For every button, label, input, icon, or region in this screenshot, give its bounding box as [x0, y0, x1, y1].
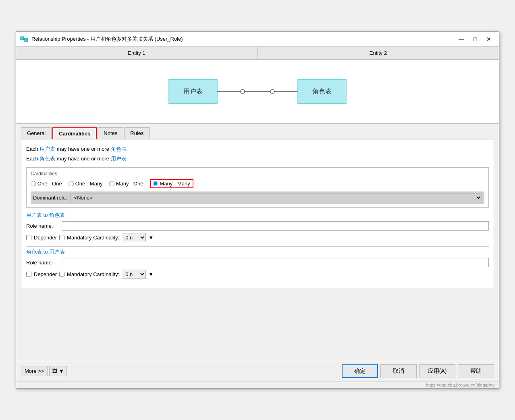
- entity2-header: Entity 2: [258, 47, 499, 59]
- section2-role-name-label: Role name:: [26, 260, 58, 266]
- section2-depender-checkbox[interactable]: [26, 272, 31, 277]
- cancel-button[interactable]: 取消: [380, 364, 417, 378]
- section1-role-name-input[interactable]: [62, 221, 489, 231]
- section1-mandatory-checkbox[interactable]: [59, 235, 64, 240]
- window-title: Relationship Properties - 用户和角色多对多关联关系 (…: [31, 35, 183, 43]
- tab-rules[interactable]: Rules: [124, 127, 150, 139]
- description: Each 用户表 may have one or more 角色表. Each …: [26, 144, 489, 163]
- title-bar: Relationship Properties - 用户和角色多对多关联关系 (…: [16, 32, 499, 47]
- radio-many-many[interactable]: Many - Many: [150, 179, 193, 188]
- section1-role-name-row: Role name:: [26, 221, 489, 231]
- entity-header: Entity 1 Entity 2: [16, 47, 499, 60]
- separator: [26, 246, 489, 247]
- window-icon: [20, 35, 28, 43]
- svg-point-8: [270, 89, 274, 94]
- confirm-button[interactable]: 确定: [342, 364, 378, 378]
- tabs-area: General Cardinalities Notes Rules: [16, 124, 499, 139]
- section2-role-name-input[interactable]: [62, 258, 489, 267]
- tab-content: Each 用户表 may have one or more 角色表. Each …: [21, 139, 494, 288]
- desc-line1-entity2: 角色表.: [111, 146, 128, 152]
- title-controls: — □ ✕: [455, 34, 495, 44]
- cardinalities-section: Cardinalities One - One One - Many Many …: [26, 167, 489, 208]
- desc-line1-entity1: 用户表: [39, 146, 55, 152]
- maximize-button[interactable]: □: [469, 34, 481, 44]
- bottom-left: More >> 🖼 ▼: [21, 366, 67, 376]
- section2-role-name-row: Role name:: [26, 258, 489, 267]
- entity1-header: Entity 1: [16, 47, 258, 59]
- help-button[interactable]: 帮助: [458, 364, 494, 378]
- section1-dropdown-arrow: ▼: [148, 235, 154, 241]
- desc-line2-suffix: may have one or more: [55, 156, 110, 162]
- svg-text:用户表: 用户表: [183, 88, 203, 95]
- tab-general[interactable]: General: [21, 127, 52, 139]
- radio-many-one[interactable]: Many - One: [109, 181, 143, 187]
- section2-mandatory-label: Mandatory Cardinality:: [67, 271, 119, 277]
- desc-line2-entity1: 角色表: [39, 156, 55, 162]
- section1-mandatory-label: Mandatory Cardinality:: [67, 235, 119, 241]
- section2-cardinality-select[interactable]: 0,n: [122, 270, 146, 279]
- section1-cardinality-select[interactable]: 0,n: [122, 233, 146, 242]
- cardinalities-section-title: Cardinalities: [31, 171, 484, 177]
- radio-row: One - One One - Many Many - One Many - M…: [31, 179, 484, 188]
- section1: 用户表 to 角色表 Role name: Depender Mandatory…: [26, 212, 489, 242]
- apply-button[interactable]: 应用(A): [419, 364, 455, 378]
- main-window: Relationship Properties - 用户和角色多对多关联关系 (…: [16, 31, 499, 389]
- desc-line1-suffix: may have one or more: [55, 146, 110, 152]
- section2-title: 角色表 to 用户表: [26, 248, 489, 256]
- section2-checkbox-row: Depender Mandatory Cardinality: 0,n ▼: [26, 270, 489, 279]
- dominant-role-row: Dominant role: <None>: [31, 191, 484, 204]
- more-button[interactable]: More >>: [21, 366, 48, 376]
- desc-line2-entity2: 用户表.: [111, 156, 128, 162]
- desc-line2-prefix: Each: [26, 156, 39, 162]
- diagram-area: 用户表 角色表: [16, 60, 499, 124]
- svg-rect-0: [21, 37, 24, 40]
- title-bar-left: Relationship Properties - 用户和角色多对多关联关系 (…: [20, 35, 183, 43]
- section1-depender-checkbox[interactable]: [26, 235, 31, 240]
- section2-dropdown-arrow: ▼: [148, 271, 154, 277]
- svg-text:角色表: 角色表: [312, 88, 332, 95]
- icon-button[interactable]: 🖼 ▼: [49, 366, 66, 376]
- dominant-role-label: Dominant role:: [33, 195, 67, 201]
- relationship-diagram: 用户表 角色表: [137, 73, 378, 110]
- spacer: [16, 288, 499, 361]
- tab-cardinalities[interactable]: Cardinalities: [52, 127, 97, 139]
- tab-notes[interactable]: Notes: [98, 127, 123, 139]
- desc-line1-prefix: Each: [26, 146, 39, 152]
- dominant-role-select[interactable]: <None>: [71, 193, 482, 202]
- section2-mandatory-checkbox[interactable]: [59, 272, 64, 277]
- section2: 角色表 to 用户表 Role name: Depender Mandatory…: [26, 248, 489, 279]
- bottom-bar: More >> 🖼 ▼ 确定 取消 应用(A) 帮助: [16, 361, 499, 381]
- section2-depender-label: Depender: [34, 271, 57, 277]
- section1-role-name-label: Role name:: [26, 223, 58, 229]
- svg-rect-1: [25, 38, 28, 42]
- section1-title: 用户表 to 角色表: [26, 212, 489, 219]
- close-button[interactable]: ✕: [483, 34, 495, 44]
- bottom-buttons: 确定 取消 应用(A) 帮助: [342, 364, 494, 378]
- section1-checkbox-row: Depender Mandatory Cardinality: 0,n ▼: [26, 233, 489, 242]
- section1-depender-label: Depender: [34, 235, 57, 241]
- content-area: Entity 1 Entity 2 用户表 角色表: [16, 47, 499, 361]
- radio-one-many[interactable]: One - Many: [69, 181, 103, 187]
- url-bar: https://dpp.cbu.brcaya.cn/blog/p/ne: [16, 381, 499, 388]
- minimize-button[interactable]: —: [455, 34, 467, 44]
- radio-one-one[interactable]: One - One: [31, 181, 62, 187]
